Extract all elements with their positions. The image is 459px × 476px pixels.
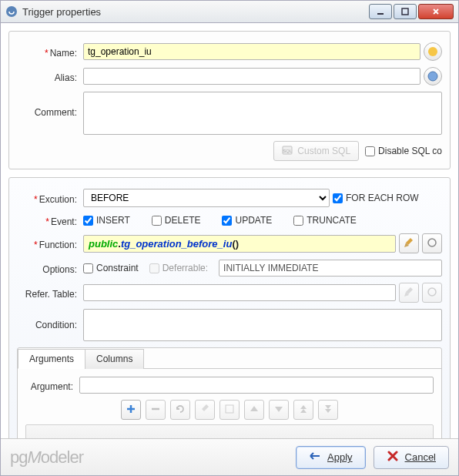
argument-toolbar xyxy=(25,400,434,420)
edit-icon xyxy=(224,404,235,417)
minimize-button[interactable] xyxy=(369,4,392,19)
picker-icon xyxy=(427,287,437,300)
move-bottom-button[interactable] xyxy=(318,400,338,420)
edit-button[interactable] xyxy=(219,400,240,420)
event-truncate[interactable]: TRUNCATE xyxy=(293,215,356,226)
comment-label: Comment: xyxy=(17,92,83,118)
execution-select[interactable]: BEFORE xyxy=(83,189,330,207)
alias-label: Alias: xyxy=(17,69,83,83)
argument-input[interactable] xyxy=(79,377,434,394)
move-up-button[interactable] xyxy=(244,400,264,420)
client-area: *Name: Alias: Comment: SQL Custom SQL Di… xyxy=(0,23,459,476)
comment-textarea[interactable] xyxy=(83,92,442,135)
tab-arguments[interactable]: Arguments xyxy=(18,349,85,369)
refer-table-label: Refer. Table: xyxy=(17,286,83,300)
arguments-list[interactable] xyxy=(25,424,434,438)
apply-button[interactable]: Apply xyxy=(296,446,366,469)
disable-sql-label: Disable SQL co xyxy=(378,146,442,156)
event-insert[interactable]: INSERT xyxy=(83,215,130,226)
for-each-row-label: FOR EACH ROW xyxy=(346,193,419,203)
cancel-button[interactable]: Cancel xyxy=(374,446,449,469)
down-icon xyxy=(273,404,284,417)
apply-label: Apply xyxy=(327,451,353,463)
disable-sql-checkbox[interactable]: Disable SQL co xyxy=(365,146,442,156)
alias-side-button[interactable] xyxy=(424,67,442,85)
execution-label: *Excution: xyxy=(17,191,83,205)
function-name: tg_operation_before_iu xyxy=(121,238,232,250)
svg-point-0 xyxy=(6,6,17,17)
argument-label: Argument: xyxy=(25,378,79,392)
event-update[interactable]: UPDATE xyxy=(222,215,272,226)
refer-pick-button[interactable] xyxy=(422,283,442,303)
plus-icon xyxy=(126,404,136,417)
svg-rect-2 xyxy=(402,8,408,15)
window-buttons xyxy=(367,4,454,19)
remove-button[interactable] xyxy=(146,400,166,420)
close-button[interactable] xyxy=(418,4,454,19)
svg-point-8 xyxy=(428,288,436,296)
bottom-icon xyxy=(323,404,333,417)
custom-sql-label: Custom SQL xyxy=(297,146,350,156)
clear-button[interactable] xyxy=(195,400,215,420)
sql-icon: SQL xyxy=(282,145,293,158)
apply-icon xyxy=(309,450,321,464)
broom-icon xyxy=(404,237,414,250)
event-delete[interactable]: DELETE xyxy=(152,215,201,226)
refer-table-input xyxy=(83,284,396,301)
brand-label: pgModeler xyxy=(10,448,288,468)
deferrable-mode xyxy=(219,260,442,277)
window-title: Trigger properties xyxy=(22,6,367,18)
custom-sql-button[interactable]: SQL Custom SQL xyxy=(273,141,359,161)
alias-input[interactable] xyxy=(83,68,420,85)
cancel-icon xyxy=(387,450,399,464)
condition-textarea[interactable] xyxy=(83,309,442,341)
refresh-button[interactable] xyxy=(170,400,190,420)
svg-rect-1 xyxy=(377,13,384,15)
disable-sql-input[interactable] xyxy=(365,146,375,156)
args-columns-tabs: Arguments Columns Argument: xyxy=(17,347,442,438)
definition-panel: *Excution: BEFORE FOR EACH ROW *Event: I… xyxy=(8,177,451,438)
minus-icon xyxy=(150,404,161,417)
app-icon xyxy=(5,5,18,18)
constraint-checkbox[interactable]: Constraint xyxy=(83,263,139,273)
svg-point-4 xyxy=(428,72,437,81)
tab-columns[interactable]: Columns xyxy=(85,349,144,369)
name-label: *Name: xyxy=(17,45,83,59)
function-pick-button[interactable] xyxy=(422,233,442,253)
condition-label: Condition: xyxy=(17,309,83,330)
svg-rect-9 xyxy=(226,405,233,413)
top-icon xyxy=(298,404,309,417)
refer-clear-button[interactable] xyxy=(399,283,419,303)
function-label: *Function: xyxy=(17,236,83,250)
function-clear-button[interactable] xyxy=(399,233,419,253)
broom-icon xyxy=(199,404,210,417)
svg-point-7 xyxy=(428,239,436,246)
titlebar: Trigger properties xyxy=(0,0,459,23)
up-icon xyxy=(249,404,260,417)
function-display: public.tg_operation_before_iu() xyxy=(83,235,396,253)
maximize-button[interactable] xyxy=(394,4,417,19)
move-top-button[interactable] xyxy=(293,400,313,420)
refresh-icon xyxy=(175,404,186,417)
cancel-label: Cancel xyxy=(405,451,436,463)
picker-icon xyxy=(427,237,437,250)
event-label: *Event: xyxy=(17,213,83,227)
for-each-row-input[interactable] xyxy=(333,193,343,203)
options-label: Options: xyxy=(17,261,83,275)
function-schema: public xyxy=(89,238,118,250)
footer: pgModeler Apply Cancel xyxy=(1,438,458,475)
deferrable-checkbox[interactable]: Deferrable: xyxy=(149,263,208,273)
name-side-button[interactable] xyxy=(424,42,442,61)
svg-point-3 xyxy=(428,47,437,56)
identity-panel: *Name: Alias: Comment: SQL Custom SQL Di… xyxy=(8,31,451,169)
move-down-button[interactable] xyxy=(269,400,289,420)
name-input[interactable] xyxy=(83,43,420,60)
for-each-row-checkbox[interactable]: FOR EACH ROW xyxy=(333,193,419,203)
svg-text:SQL: SQL xyxy=(283,149,293,153)
add-button[interactable] xyxy=(121,400,141,420)
broom-icon xyxy=(404,287,414,300)
